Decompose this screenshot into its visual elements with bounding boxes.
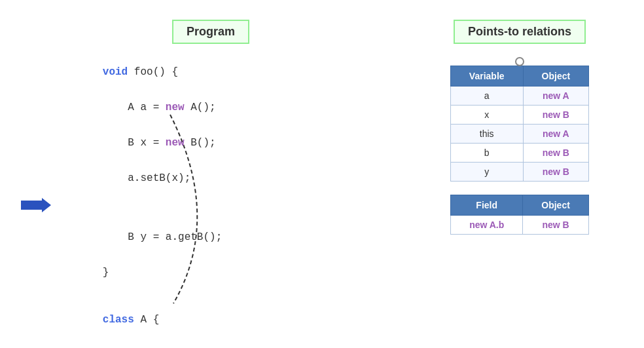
obj-new-b-x: new B <box>523 106 589 125</box>
field-obj-new-b: new B <box>523 216 589 235</box>
code-line-5: B y = a.getB(); <box>52 196 316 255</box>
blue-right-arrow <box>21 198 51 212</box>
var-this: this <box>450 125 523 144</box>
var-x: x <box>450 106 523 125</box>
table-row: new A.b new B <box>451 216 589 235</box>
obj-new-b-y: new B <box>523 163 589 182</box>
var-b: b <box>450 144 523 163</box>
col-header-object2: Object <box>523 195 589 216</box>
code-line-6: } <box>52 255 316 290</box>
col-header-field: Field <box>451 195 523 216</box>
code-line-blank <box>52 290 316 302</box>
points-to-table: Variable Object a new A x new B this <box>450 66 589 182</box>
keyword-void: void <box>103 66 134 78</box>
col-header-variable: Variable <box>450 66 523 87</box>
table-row: x new B <box>450 106 588 125</box>
code-area: void foo() { A a = new A(); B x = new B(… <box>20 54 316 348</box>
code-line-9: B b; <box>52 338 316 348</box>
table-row: b new B <box>450 144 588 163</box>
var-y: y <box>450 163 523 182</box>
code-line-2: A a = new A(); <box>52 90 316 125</box>
relations-section: Points-to relations Variable Object a ne… <box>415 13 624 335</box>
program-section: Program void foo() { A a = new A(); B x … <box>20 13 389 335</box>
svg-marker-0 <box>21 198 51 212</box>
code-line-4: a.setB(x); <box>52 161 316 196</box>
fields-table: Field Object new A.b new B <box>450 195 589 235</box>
col-header-object: Object <box>523 66 589 87</box>
var-a: a <box>450 87 523 106</box>
code-line-3: B x = new B(); <box>52 125 316 161</box>
relations-title: Points-to relations <box>454 20 586 44</box>
fields-table-wrapper: Field Object new A.b new B <box>450 195 589 235</box>
points-to-table-wrapper: Variable Object a new A x new B this <box>450 57 589 182</box>
table-top-circle <box>515 57 524 66</box>
table-row: this new A <box>450 125 588 144</box>
code-line-8: class A { <box>52 302 316 338</box>
table-row: a new A <box>450 87 588 106</box>
obj-new-a: new A <box>523 87 589 106</box>
table-row: y new B <box>450 163 588 182</box>
obj-new-b-b: new B <box>523 144 589 163</box>
code-line-1: void foo() { <box>52 54 316 90</box>
program-title: Program <box>172 20 249 44</box>
obj-new-a-this: new A <box>523 125 589 144</box>
field-new-ab: new A.b <box>451 216 523 235</box>
